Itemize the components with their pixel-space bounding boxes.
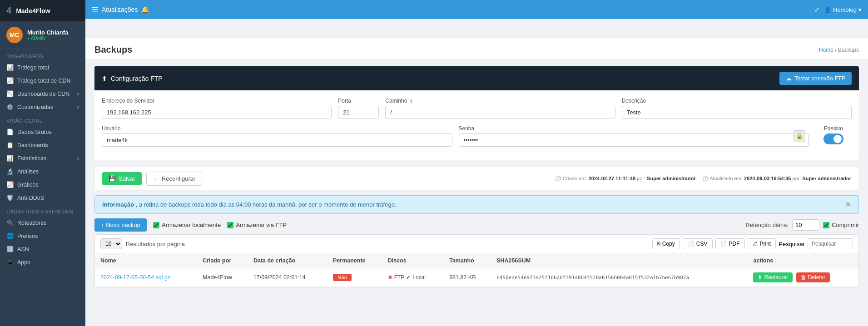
print-button[interactable]: 🖨 Print [748, 238, 776, 249]
chart-line-icon: 📈 [6, 77, 14, 84]
retention-label: Retenção diária: [745, 222, 789, 228]
action-row-left: 💾 Salvar ← Reconfigurar [102, 172, 202, 186]
sidebar-item-antiddos[interactable]: 🛡️ Anti-DDoS [0, 191, 85, 204]
sidebar-item-label: Dashboards de CDN [17, 91, 69, 97]
chevron-right-icon: › [77, 155, 79, 162]
sidebar-item-estatisticas[interactable]: 📊 Estatísticas › [0, 152, 85, 165]
topbar-title: Atualizações [102, 6, 138, 13]
table-toolbar-left: 10 25 50 Resultados por página [100, 238, 185, 249]
topbar-left: ☰ Atualizações 🔔 [92, 5, 149, 14]
compress-checkbox-label[interactable]: Comprimir [823, 222, 859, 228]
sidebar-item-roteadores[interactable]: 🔌 Roteadores [0, 216, 85, 229]
sidebar-item-dashboards-cdn[interactable]: 📉 Dashboards de CDN › [0, 87, 85, 100]
csv-icon: 📄 [688, 241, 694, 247]
backups-table-container: 10 25 50 Resultados por página ⎘ Copy 📄 … [94, 234, 859, 287]
pdf-button[interactable]: 📄 PDF [715, 238, 745, 249]
topbar: ☰ Atualizações 🔔 ⤢ 👤 Homolog ▾ [85, 0, 868, 19]
sidebar-item-trafego-total[interactable]: 📊 Tráfego total [0, 61, 85, 74]
menu-icon[interactable]: ☰ [92, 5, 98, 14]
expand-icon[interactable]: ⤢ [814, 6, 819, 13]
description-input[interactable] [622, 106, 852, 119]
col-nome: Nome [95, 253, 197, 268]
retention-input[interactable] [792, 219, 819, 231]
ftp-panel-title: ⬆ Configuração FTP [102, 75, 163, 82]
sidebar-item-graficos[interactable]: 📈 Gráficos [0, 178, 85, 191]
passivo-toggle[interactable] [823, 133, 843, 144]
sidebar-item-label: Gráficos [17, 182, 39, 188]
chart-bar-icon: 📉 [6, 90, 14, 97]
upload-icon: ⬆ [102, 75, 107, 82]
reconfigure-button[interactable]: ← Reconfigurar [146, 172, 202, 186]
csv-button[interactable]: 📄 CSV [683, 238, 713, 249]
cloud-icon: ☁ [786, 75, 792, 82]
store-local-checkbox[interactable] [153, 222, 159, 228]
sidebar-item-analises[interactable]: 🔬 Análises [0, 165, 85, 178]
path-input[interactable] [385, 106, 615, 119]
store-ftp-checkbox[interactable] [227, 222, 233, 228]
breadcrumb-current: Backups [838, 47, 859, 53]
ftp-form-row-2: Usuário Senha 🔒 Passivo [102, 125, 852, 147]
ftp-config-panel: ⬆ Configuração FTP ☁ Testar conexão FTP … [94, 66, 859, 160]
network-icon: 🌐 [6, 232, 14, 239]
sidebar-item-label: Tráfego total de CDN [17, 78, 71, 84]
ftp-form-body: Endereço do Servidor Porta Caminho ℹ [94, 90, 859, 160]
user-input[interactable] [102, 133, 452, 147]
sha-value: b450ede54e973a25f1bb20f391a804f520ab156b… [496, 275, 689, 281]
analysis-icon: 🔬 [6, 168, 14, 175]
graph-icon: 📈 [6, 181, 14, 188]
user-menu[interactable]: 👤 Homolog ▾ [824, 6, 862, 13]
new-backup-button[interactable]: + Novo backup [94, 218, 147, 232]
page-header: Backups Home / Backups [85, 38, 868, 60]
number-icon: 🔢 [6, 246, 14, 252]
store-local-checkbox-label[interactable]: Armazenar localmente [153, 222, 221, 228]
server-input[interactable] [102, 106, 332, 119]
sidebar-item-prefixos[interactable]: 🌐 Prefixos [0, 229, 85, 242]
port-input[interactable] [338, 106, 379, 119]
info-banner: Informação , a rotina de backups roda to… [94, 195, 859, 214]
store-local-label: Armazenar localmente [162, 222, 221, 228]
sidebar-item-label: Análises [17, 168, 39, 175]
backup-controls-left: + Novo backup Armazenar localmente Armaz… [94, 218, 287, 232]
search-input[interactable] [808, 238, 853, 249]
per-page-select[interactable]: 10 25 50 [100, 238, 122, 249]
sidebar-item-label: Apps [17, 259, 30, 266]
store-ftp-checkbox-label[interactable]: Armazenar via FTP [227, 222, 287, 228]
test-ftp-button[interactable]: ☁ Testar conexão FTP [779, 72, 852, 85]
update-bell-icon[interactable]: 🔔 [141, 6, 149, 13]
sidebar-item-asn[interactable]: 🔢 ASN [0, 242, 85, 256]
copy-button[interactable]: ⎘ Copy [652, 238, 680, 249]
breadcrumb-home[interactable]: Home [819, 47, 833, 53]
port-field-group: Porta [338, 98, 379, 119]
sidebar-item-apps[interactable]: 📱 Apps [0, 256, 85, 269]
sidebar-item-label: Anti-DDoS [17, 195, 44, 201]
server-label: Endereço do Servidor [102, 98, 332, 104]
restore-button[interactable]: ⬆ Restaurar [753, 272, 793, 282]
delete-button[interactable]: 🗑 Deletar [796, 272, 830, 282]
save-icon: 💾 [109, 175, 116, 182]
backup-file-link[interactable]: 2024-09-17-05-00-54.sql.gz [100, 274, 170, 281]
save-button[interactable]: 💾 Salvar [102, 172, 142, 185]
password-toggle-icon[interactable]: 🔒 [794, 130, 805, 142]
compress-checkbox[interactable] [823, 222, 829, 228]
sidebar-item-customizadas[interactable]: ⚙️ Customizadas › [0, 100, 85, 114]
delete-icon: 🗑 [801, 274, 806, 281]
sidebar-item-dashboards[interactable]: 📋 Dashboards [0, 138, 85, 152]
close-icon[interactable]: ✕ [845, 200, 851, 209]
col-discos: Discos [382, 253, 444, 268]
ftp-panel-header: ⬆ Configuração FTP ☁ Testar conexão FTP [94, 66, 859, 90]
app-name: Made4Flow [16, 7, 50, 15]
sidebar-item-dados-brutos[interactable]: 📄 Dados Brutos [0, 125, 85, 138]
dashboard-icon: 📋 [6, 142, 14, 148]
updated-audit: 🕐 Atualizado em: 2024-09-03 16:54:35 por… [702, 176, 851, 182]
section-cadastros: Cadastros essenciais [0, 204, 85, 216]
sidebar-item-label: ASN [17, 246, 29, 252]
description-label: Descrição [622, 98, 852, 104]
cell-name: 2024-09-17-05-00-54.sql.gz [95, 268, 197, 287]
clock-icon: 🕐 [702, 176, 709, 181]
password-input[interactable] [459, 133, 809, 147]
info-banner-text: Informação , a rotina de backups roda to… [102, 201, 397, 208]
section-visao-geral: Visão geral [0, 114, 85, 125]
password-field-group: Senha 🔒 [459, 125, 809, 147]
sidebar-item-trafego-cdn[interactable]: 📈 Tráfego total de CDN [0, 74, 85, 87]
chevron-down-icon: ▾ [858, 6, 862, 13]
